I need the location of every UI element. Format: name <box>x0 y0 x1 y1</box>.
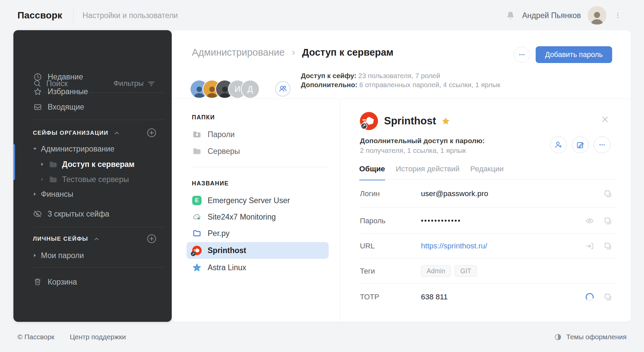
password-name: Per.py <box>208 229 229 238</box>
password-more-button[interactable] <box>594 136 610 153</box>
sidebar-vault-my-passwords[interactable]: Мои пароли <box>13 248 172 263</box>
field-row-password: Пароль •••••••••••• <box>340 208 631 234</box>
breadcrumb: Администрирование Доступ к серверам <box>192 47 393 58</box>
details-tabs: Общие История действий Редакции <box>359 165 504 180</box>
sidebar-item-favorites[interactable]: Избранные <box>13 84 172 99</box>
edit-password-button[interactable] <box>572 136 589 153</box>
sidebar-vault-administration[interactable]: Администрирование <box>13 141 172 157</box>
copy-icon[interactable] <box>603 216 612 226</box>
vault-header: Администрирование Доступ к серверам И <box>172 30 631 99</box>
badge-letter: E <box>195 197 199 204</box>
sidebar-item-label: Финансы <box>41 190 73 199</box>
sidebar-item-label: Корзина <box>48 278 77 287</box>
sidebar-hidden-safes[interactable]: 3 скрытых сейфа <box>13 206 172 222</box>
sidebar-item-label: Мои пароли <box>41 251 84 260</box>
password-row-site24x7[interactable]: Site24x7 Monitoring <box>186 209 329 225</box>
sidebar-item-label: Доступ к серверам <box>62 160 135 169</box>
vault-stats: Доступ к сейфу: 23 пользователя, 7 ролей… <box>301 71 500 89</box>
add-personal-safe-button[interactable] <box>146 233 157 244</box>
caret-right-icon[interactable] <box>40 177 44 181</box>
sidebar-item-label: 3 скрытых сейфа <box>48 210 109 219</box>
folder-lock-icon <box>192 129 202 139</box>
copy-icon[interactable] <box>603 292 612 302</box>
favorite-star-icon[interactable] <box>441 116 450 126</box>
field-row-login: Логин user@passwork.pro <box>340 180 631 208</box>
password-row-emergency[interactable]: E Emergency Server User <box>186 192 329 209</box>
app-logo[interactable]: Пассворк <box>17 10 62 21</box>
notifications-bell-icon[interactable] <box>505 10 516 20</box>
extra-value: 6 отправленных паролей, 4 ссылки, 1 ярлы… <box>359 81 500 89</box>
field-row-url: URL https://sprinthost.ru/ <box>340 234 631 258</box>
sidebar-item-label: Избранные <box>48 87 88 96</box>
show-password-eye-icon[interactable] <box>585 216 594 226</box>
sprinthost-logo-large <box>360 112 378 130</box>
folder-name: Серверы <box>208 147 240 156</box>
vault-more-button[interactable] <box>514 47 530 63</box>
avatar-initials[interactable]: Д <box>241 80 259 98</box>
folder-row-servers[interactable]: Серверы <box>186 143 329 160</box>
footer-support-link[interactable]: Центр поддержки <box>70 333 126 341</box>
folders-panel: ПАПКИ Пароли Серверы НАЗВАНИЕ E Emerge <box>172 99 340 322</box>
add-org-safe-button[interactable] <box>146 127 157 138</box>
field-label: Теги <box>360 267 421 276</box>
theme-contrast-icon <box>554 333 562 341</box>
caret-right-icon[interactable] <box>33 253 37 257</box>
avatar-letter: Д <box>241 80 259 98</box>
current-user-name[interactable]: Андрей Пьянков <box>522 11 581 20</box>
sidebar-vault-finance[interactable]: Финансы <box>13 186 172 202</box>
members-group-button[interactable] <box>275 81 290 97</box>
password-row-perpy[interactable]: Per.py <box>186 225 329 242</box>
list-title: НАЗВАНИЕ <box>192 180 229 187</box>
star-blue-icon <box>192 263 202 272</box>
tab-general[interactable]: Общие <box>359 165 385 180</box>
trash-icon <box>33 278 42 286</box>
folder-icon <box>192 146 202 156</box>
themes-button[interactable]: Темы оформления <box>554 333 627 341</box>
password-name: Site24x7 Monitoring <box>208 213 276 222</box>
sidebar-item-trash[interactable]: Корзина <box>13 274 172 290</box>
url-link[interactable]: https://sprinthost.ru/ <box>421 242 487 250</box>
tab-revisions[interactable]: Редакции <box>470 165 504 180</box>
password-title: Sprinthost <box>384 115 436 127</box>
topbar-menu-icon[interactable] <box>613 11 623 20</box>
tag-chip[interactable]: GIT <box>454 265 477 277</box>
caret-down-icon[interactable] <box>33 147 37 151</box>
password-row-sprinthost[interactable]: Sprinthost <box>186 242 329 259</box>
caret-right-icon[interactable] <box>33 192 37 196</box>
breadcrumb-parent[interactable]: Администрирование <box>192 47 285 58</box>
sidebar-item-label: Недавние <box>48 72 83 81</box>
sidebar-item-recent[interactable]: Недавние <box>13 69 172 84</box>
topbar-right: Андрей Пьянков <box>505 0 623 31</box>
caret-right-icon[interactable] <box>40 162 44 166</box>
people-icon <box>278 84 287 94</box>
share-access-button[interactable] <box>550 136 567 153</box>
extra-access-value: 2 получателя, 1 ссылка, 1 ярлык <box>360 146 466 155</box>
field-label: URL <box>360 242 421 250</box>
vault-extra-line: Дополнительно: 6 отправленных паролей, 4… <box>301 80 500 89</box>
emergency-badge-icon: E <box>192 196 202 205</box>
copy-icon[interactable] <box>603 241 612 251</box>
sidebar-item-inbox[interactable]: Входящие <box>13 99 172 115</box>
totp-code: 638 811 <box>421 293 448 301</box>
open-link-icon[interactable] <box>585 241 594 251</box>
footer: © Пассворк Центр поддержки Темы оформлен… <box>0 322 644 352</box>
add-password-button[interactable]: Добавить пароль <box>536 46 612 63</box>
sidebar-folder-server-access[interactable]: Доступ к серверам <box>13 157 172 172</box>
user-avatar[interactable] <box>588 6 606 25</box>
footer-left: © Пассворк Центр поддержки <box>17 333 126 341</box>
ellipsis-icon <box>518 51 526 59</box>
password-row-astra[interactable]: Astra Linux <box>186 259 329 276</box>
close-icon[interactable] <box>601 115 609 124</box>
chevron-right-icon <box>290 49 297 56</box>
folder-icon <box>48 160 58 169</box>
password-name: Astra Linux <box>208 263 246 272</box>
tag-chip[interactable]: Admin <box>421 265 451 277</box>
footer-copyright: © Пассворк <box>17 333 54 341</box>
copy-icon[interactable] <box>603 189 612 198</box>
topbar-nav-settings[interactable]: Настройки и пользователи <box>83 11 178 20</box>
tab-history[interactable]: История действий <box>396 165 460 180</box>
chevron-up-icon <box>93 235 100 243</box>
sidebar-folder-test-servers[interactable]: Тестовые серверы <box>13 172 172 187</box>
sidebar-item-label: Администрирование <box>41 144 114 154</box>
folder-row-passwords[interactable]: Пароли <box>186 126 329 143</box>
